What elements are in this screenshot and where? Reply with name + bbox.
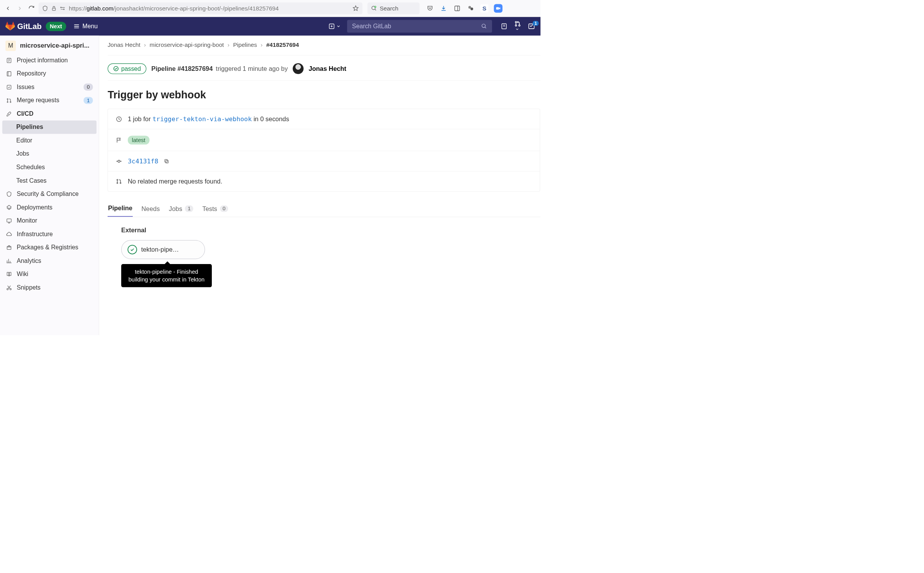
crumb-pipelines[interactable]: Pipelines xyxy=(233,41,257,48)
pipeline-info-card: 1 job for trigger-tekton-via-webhook in … xyxy=(108,109,540,192)
sidebar-item-analytics[interactable]: Analytics xyxy=(2,254,96,268)
issues-top-icon[interactable] xyxy=(501,23,508,30)
sidebar-item-security[interactable]: Security & Compliance xyxy=(2,187,96,201)
sidebar-item-label: Infrastructure xyxy=(17,231,53,238)
sidebar-item-issues[interactable]: Issues0 xyxy=(2,81,96,94)
author-avatar[interactable] xyxy=(293,63,304,74)
hamburger-icon xyxy=(73,23,79,29)
sidebar-item-deployments[interactable]: Deployments xyxy=(2,201,96,214)
sidebar-item-wiki[interactable]: Wiki xyxy=(2,268,96,281)
main-content: Jonas Hecht › microservice-api-spring-bo… xyxy=(99,36,541,335)
sidebar-item-cicd[interactable]: CI/CD xyxy=(2,107,96,121)
address-bar[interactable]: https://gitlab.com/jonashackt/microservi… xyxy=(38,2,362,14)
star-icon[interactable] xyxy=(352,5,359,11)
search-icon xyxy=(481,23,487,29)
forward-button[interactable] xyxy=(15,3,25,13)
extension-s-icon[interactable]: S xyxy=(480,4,488,12)
shield-icon xyxy=(42,5,48,11)
sidebar-item-snippets[interactable]: Snippets xyxy=(2,281,96,294)
pipeline-graph: External tekton-pipe… tekton-pipeline - … xyxy=(108,217,541,287)
sidebar-sub-schedules[interactable]: Schedules xyxy=(2,161,96,174)
breadcrumb: Jonas Hecht › microservice-api-spring-bo… xyxy=(108,41,541,55)
chevron-right-icon: › xyxy=(261,41,263,48)
gitlab-search[interactable]: Search GitLab xyxy=(347,20,492,33)
next-badge[interactable]: Next xyxy=(46,22,66,31)
info-icon xyxy=(6,57,12,63)
pocket-icon[interactable] xyxy=(426,4,434,12)
svg-point-10 xyxy=(482,24,485,27)
issues-count-badge: 0 xyxy=(84,84,93,91)
search-icon xyxy=(371,5,377,11)
merge-requests-top-icon[interactable] xyxy=(514,21,521,32)
repo-icon xyxy=(6,70,12,77)
svg-point-32 xyxy=(117,182,118,184)
svg-point-21 xyxy=(10,101,11,103)
library-icon[interactable] xyxy=(453,4,461,12)
jobs-summary-row: 1 job for trigger-tekton-via-webhook in … xyxy=(108,109,540,129)
zoom-extension-icon[interactable] xyxy=(494,4,502,13)
flag-icon xyxy=(115,137,122,144)
pipeline-id-text: Pipeline #418257694 xyxy=(151,65,213,72)
new-dropdown[interactable] xyxy=(326,21,343,31)
sidebar-item-infrastructure[interactable]: Infrastructure xyxy=(2,227,96,241)
tab-needs[interactable]: Needs xyxy=(141,201,160,216)
sidebar-sub-pipelines[interactable]: Pipelines xyxy=(2,120,96,134)
back-button[interactable] xyxy=(3,3,13,13)
sidebar-sub-test-cases[interactable]: Test Cases xyxy=(2,174,96,187)
tab-jobs[interactable]: Jobs1 xyxy=(168,201,194,216)
svg-rect-5 xyxy=(455,6,459,11)
svg-point-6 xyxy=(468,6,471,9)
project-avatar: M xyxy=(5,41,16,51)
sidebar-item-merge-requests[interactable]: Merge requests1 xyxy=(2,94,96,107)
tab-pipeline[interactable]: Pipeline xyxy=(108,201,133,217)
sidebar-item-monitor[interactable]: Monitor xyxy=(2,214,96,228)
commit-sha-link[interactable]: 3c4131f8 xyxy=(128,158,158,165)
sidebar: M microservice-api-spri... Project infor… xyxy=(0,36,99,335)
svg-point-2 xyxy=(64,9,64,10)
job-pill-tekton[interactable]: tekton-pipe… xyxy=(121,240,205,259)
tab-tests[interactable]: Tests0 xyxy=(202,201,228,216)
ref-link[interactable]: trigger-tekton-via-webhook xyxy=(153,115,252,123)
gitlab-logo[interactable]: GitLab xyxy=(5,22,41,31)
no-mr-text: No related merge requests found. xyxy=(128,178,222,185)
gitlab-brand-text: GitLab xyxy=(17,22,41,31)
mr-count-badge: 1 xyxy=(84,97,93,104)
sidebar-item-label: Packages & Registries xyxy=(17,244,78,251)
browser-search[interactable]: Search xyxy=(368,2,420,14)
sidebar-item-repository[interactable]: Repository xyxy=(2,67,96,81)
menu-label: Menu xyxy=(82,23,98,30)
merge-request-icon xyxy=(6,97,12,103)
sidebar-item-label: Monitor xyxy=(17,217,37,224)
menu-button[interactable]: Menu xyxy=(73,23,98,30)
sidebar-item-label: Project information xyxy=(17,57,68,64)
sidebar-sub-jobs[interactable]: Jobs xyxy=(2,147,96,161)
infra-icon xyxy=(6,231,12,237)
pipeline-meta: Pipeline #418257694 triggered 1 minute a… xyxy=(151,65,288,72)
author-name[interactable]: Jonas Hecht xyxy=(309,65,346,72)
sidebar-item-label: Security & Compliance xyxy=(17,190,79,197)
chevron-right-icon: › xyxy=(227,41,229,48)
sidebar-item-project-information[interactable]: Project information xyxy=(2,54,96,67)
download-icon[interactable] xyxy=(440,4,448,12)
crumb-author[interactable]: Jonas Hecht xyxy=(108,41,141,48)
check-circle-icon xyxy=(127,245,137,254)
extension-icon[interactable] xyxy=(467,4,475,12)
svg-point-31 xyxy=(117,179,118,180)
wiki-icon xyxy=(6,271,12,277)
gitlab-search-placeholder: Search GitLab xyxy=(352,23,391,30)
status-pill-passed[interactable]: passed xyxy=(108,63,146,74)
reload-button[interactable] xyxy=(27,3,36,13)
sidebar-item-packages[interactable]: Packages & Registries xyxy=(2,241,96,254)
svg-point-33 xyxy=(120,182,121,184)
pipeline-header: passed Pipeline #418257694 triggered 1 m… xyxy=(108,55,541,81)
jobs-tab-count: 1 xyxy=(185,206,194,212)
crumb-project[interactable]: microservice-api-spring-boot xyxy=(149,41,224,48)
sidebar-item-label: Deployments xyxy=(17,204,52,211)
project-header[interactable]: M microservice-api-spri... xyxy=(2,38,96,54)
stage-name: External xyxy=(121,226,541,234)
todo-top-icon[interactable]: 1 xyxy=(528,22,535,30)
copy-sha-button[interactable] xyxy=(164,158,169,164)
sidebar-item-label: Merge requests xyxy=(17,97,59,104)
pipeline-tabs: Pipeline Needs Jobs1 Tests0 xyxy=(108,201,541,217)
sidebar-sub-editor[interactable]: Editor xyxy=(2,134,96,148)
